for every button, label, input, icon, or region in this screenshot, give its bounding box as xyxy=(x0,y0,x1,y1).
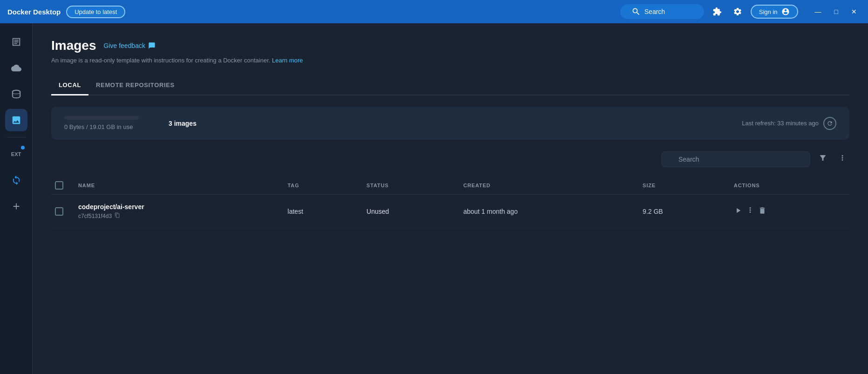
images-count: 3 images xyxy=(169,120,197,127)
actions-container xyxy=(734,206,842,217)
sidebar-item-containers[interactable] xyxy=(5,31,27,53)
minimize-button[interactable]: — xyxy=(811,6,825,17)
tab-local[interactable]: LOCAL xyxy=(51,77,88,95)
give-feedback-label: Give feedback xyxy=(104,42,146,49)
sign-in-label: Sign in xyxy=(759,8,778,15)
th-checkbox xyxy=(51,177,71,195)
sidebar-item-cloud[interactable] xyxy=(5,57,27,79)
row-actions-cell xyxy=(726,195,849,228)
sidebar-divider xyxy=(7,137,26,137)
page-description: An image is a read-only template with in… xyxy=(51,57,849,64)
delete-button[interactable] xyxy=(758,206,766,217)
th-actions: ACTIONS xyxy=(726,177,849,195)
maximize-button[interactable]: □ xyxy=(831,6,842,17)
table-toolbar xyxy=(51,151,849,167)
settings-icon-btn[interactable] xyxy=(730,4,745,19)
update-button[interactable]: Update to latest xyxy=(66,6,125,18)
th-tag: TAG xyxy=(280,177,359,195)
copy-hash-icon[interactable] xyxy=(115,212,120,219)
select-all-checkbox[interactable] xyxy=(55,181,63,190)
row-created-cell: about 1 month ago xyxy=(456,195,635,228)
image-name: codeproject/ai-server xyxy=(78,203,273,211)
extensions-icon-btn[interactable] xyxy=(710,4,725,19)
sidebar: EXT xyxy=(0,23,33,374)
sign-in-button[interactable]: Sign in xyxy=(751,5,798,19)
image-name-block: codeproject/ai-server c7cf5131f4d3 xyxy=(78,203,273,219)
sidebar-item-add[interactable] xyxy=(5,195,27,218)
main-content: Images Give feedback An image is a read-… xyxy=(33,23,868,374)
page-title: Images xyxy=(51,38,96,53)
row-checkbox[interactable] xyxy=(55,207,63,216)
feedback-icon xyxy=(148,42,156,49)
tabs-container: LOCAL REMOTE REPOSITORIES xyxy=(51,77,849,95)
search-label: Search xyxy=(644,8,665,15)
tab-remote[interactable]: REMOTE REPOSITORIES xyxy=(88,77,182,95)
th-name: NAME xyxy=(71,177,280,195)
description-text: An image is a read-only template with in… xyxy=(51,57,270,64)
storage-text: 0 Bytes / 19.01 GB in use xyxy=(64,123,157,130)
sidebar-item-images[interactable] xyxy=(5,109,27,131)
main-layout: EXT Images Give feedback An image is a r… xyxy=(0,23,868,374)
th-status: STATUS xyxy=(359,177,456,195)
row-checkbox-cell xyxy=(51,195,71,228)
last-refresh-text: Last refresh: 33 minutes ago xyxy=(742,120,819,127)
storage-info: 0 Bytes / 19.01 GB in use xyxy=(64,116,157,130)
filter-button[interactable] xyxy=(816,151,830,167)
window-controls: — □ ✕ xyxy=(811,6,861,17)
image-hash: c7cf5131f4d3 xyxy=(78,212,273,219)
refresh-button[interactable] xyxy=(823,117,836,130)
ext-label: EXT xyxy=(11,151,21,157)
table-row: codeproject/ai-server c7cf5131f4d3 lates… xyxy=(51,195,849,228)
last-refresh: Last refresh: 33 minutes ago xyxy=(742,117,836,130)
table-search-input[interactable] xyxy=(661,151,810,167)
row-size-cell: 9.2 GB xyxy=(635,195,726,228)
titlebar: Docker Desktop Update to latest Search S… xyxy=(0,0,868,23)
sidebar-item-volumes[interactable] xyxy=(5,83,27,105)
storage-card: 0 Bytes / 19.01 GB in use 3 images Last … xyxy=(51,107,849,140)
tab-local-label: LOCAL xyxy=(59,82,81,88)
app-logo: Docker Desktop xyxy=(7,8,61,16)
ext-badge xyxy=(21,146,25,150)
row-name-cell: codeproject/ai-server c7cf5131f4d3 xyxy=(71,195,280,228)
table-header-row: NAME TAG STATUS CREATED SIZE A xyxy=(51,177,849,195)
learn-more-link[interactable]: Learn more xyxy=(272,57,303,64)
storage-bar-container xyxy=(64,116,139,120)
row-status-cell: Unused xyxy=(359,195,456,228)
search-wrapper xyxy=(661,151,810,167)
row-tag-cell: latest xyxy=(280,195,359,228)
th-created: CREATED xyxy=(456,177,635,195)
more-options-button[interactable] xyxy=(835,151,849,167)
global-search-button[interactable]: Search xyxy=(620,4,704,19)
th-size: SIZE xyxy=(635,177,726,195)
run-button[interactable] xyxy=(734,206,742,217)
sidebar-item-ext[interactable]: EXT xyxy=(5,143,27,165)
close-button[interactable]: ✕ xyxy=(848,6,861,17)
status-badge: Unused xyxy=(366,208,389,215)
tab-remote-label: REMOTE REPOSITORIES xyxy=(96,82,175,88)
page-header: Images Give feedback xyxy=(51,38,849,53)
give-feedback-link[interactable]: Give feedback xyxy=(104,42,156,49)
sidebar-item-update[interactable] xyxy=(5,169,27,191)
images-table: NAME TAG STATUS CREATED SIZE A xyxy=(51,177,849,228)
search-icon xyxy=(631,7,641,16)
row-more-button[interactable] xyxy=(746,206,754,217)
